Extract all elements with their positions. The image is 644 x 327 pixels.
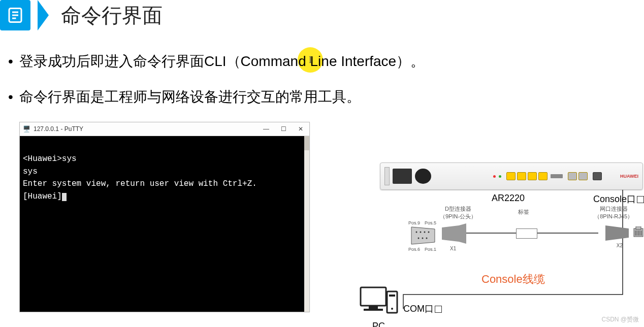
svg-rect-20 xyxy=(361,287,386,306)
svg-point-12 xyxy=(426,238,428,239)
terminal-cursor xyxy=(62,193,67,201)
console-port-label: Console口 xyxy=(593,193,644,205)
svg-point-6 xyxy=(416,232,417,233)
slide-content: 登录成功后即进入命令行界面CLI（Command Line Interface）… xyxy=(0,30,644,325)
minimize-button[interactable]: — xyxy=(257,122,275,136)
db9-caption: D型连接器 （9PIN-公头） xyxy=(440,205,476,220)
maximize-button[interactable]: ☐ xyxy=(275,122,292,136)
topology-diagram: HUAWEI AR2220 Console口 D型连接器 （9PIN-公头） 标… xyxy=(324,122,639,325)
rj45-caption: 网口连接器 （8PIN-RJ45） xyxy=(594,205,633,220)
svg-point-10 xyxy=(418,238,420,239)
putty-terminal: 🖥️ 127.0.0.1 - PuTTY — ☐ ✕ <Huawei>sys s… xyxy=(19,122,324,325)
term-line3: Enter system view, return user view with… xyxy=(23,179,257,188)
pos5: Pos.5 xyxy=(425,220,436,225)
bullet-1: 登录成功后即进入命令行界面CLI（Command Line Interface）… xyxy=(19,51,639,72)
close-button[interactable]: ✕ xyxy=(292,122,309,136)
cable-tag xyxy=(516,228,537,239)
connector-x1 xyxy=(442,223,466,244)
svg-point-9 xyxy=(428,232,430,233)
pos9: Pos.9 xyxy=(408,220,420,225)
term-line2: sys xyxy=(23,167,38,176)
svg-rect-24 xyxy=(389,295,395,297)
pc-icon xyxy=(359,284,399,320)
bullet-1-text: 登录成功后即进入命令行界面CLI（Command Line Interface）… xyxy=(19,53,425,69)
term-line1: <Huawei>sys xyxy=(23,154,77,164)
router-model-label: AR2220 xyxy=(492,193,525,204)
x2-label: X2 xyxy=(617,243,623,248)
svg-rect-21 xyxy=(369,306,378,309)
putty-titlebar[interactable]: 🖥️ 127.0.0.1 - PuTTY — ☐ ✕ xyxy=(20,122,309,136)
svg-rect-14 xyxy=(636,226,641,230)
scrollbar-thumb[interactable] xyxy=(304,136,309,150)
svg-point-11 xyxy=(422,238,424,239)
chevron-right-icon xyxy=(38,0,49,30)
putty-body[interactable]: <Huawei>sys sys Enter system view, retur… xyxy=(20,136,309,312)
console-cable-label: Console线缆 xyxy=(481,272,545,287)
pc-label: PC xyxy=(372,321,385,327)
pos1: Pos.1 xyxy=(425,247,436,252)
putty-icon: 🖥️ xyxy=(23,125,30,133)
connector-x2 xyxy=(605,225,629,241)
svg-point-25 xyxy=(391,308,393,310)
router-brand: HUAWEI xyxy=(620,174,638,179)
svg-point-8 xyxy=(424,232,426,233)
com-port-label: COM口 xyxy=(403,303,442,315)
watermark: CSDN @赟微 xyxy=(601,315,639,324)
router-device: HUAWEI xyxy=(380,162,643,190)
pos6: Pos.6 xyxy=(408,247,420,252)
x1-label: X1 xyxy=(450,246,456,251)
rj45-connector-icon xyxy=(633,226,644,239)
tag-caption: 标签 xyxy=(518,208,529,216)
slide-title: 命令行界面 xyxy=(61,2,163,29)
db9-connector-icon xyxy=(410,226,436,245)
putty-title: 127.0.0.1 - PuTTY xyxy=(34,125,83,133)
svg-marker-5 xyxy=(411,227,435,244)
svg-point-7 xyxy=(420,232,422,233)
cable-diagram: D型连接器 （9PIN-公头） 标签 网口连接器 （8PIN-RJ45） Pos… xyxy=(410,208,644,269)
svg-rect-22 xyxy=(364,309,383,311)
term-line4: [Huawei] xyxy=(23,192,62,201)
bullet-2: 命令行界面是工程师与网络设备进行交互的常用工具。 xyxy=(19,86,639,108)
bullet-2-text: 命令行界面是工程师与网络设备进行交互的常用工具。 xyxy=(19,89,361,105)
slide-header: 命令行界面 xyxy=(0,0,644,30)
document-icon xyxy=(0,0,30,30)
